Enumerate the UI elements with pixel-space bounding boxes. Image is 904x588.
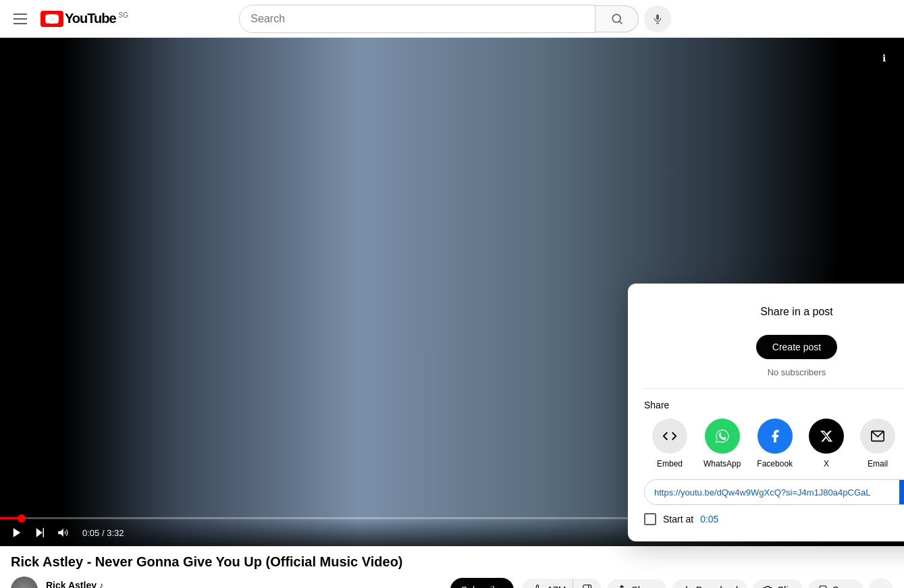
url-input[interactable]: [645, 481, 899, 504]
email-label: Email: [868, 459, 888, 469]
modal-divider: [644, 388, 904, 389]
music-note-icon: ♪: [99, 581, 103, 588]
time-total: 3:32: [107, 528, 124, 538]
volume-icon: [57, 527, 69, 539]
svg-marker-5: [14, 528, 21, 537]
below-video: Rick Astley - Never Gonna Give You Up (O…: [0, 546, 904, 588]
share-email-item[interactable]: Email: [852, 419, 903, 469]
whatsapp-icon: [715, 429, 730, 444]
avatar-image: [11, 577, 38, 588]
svg-rect-7: [43, 528, 45, 537]
save-action-button[interactable]: Save: [808, 579, 863, 588]
play-button[interactable]: [8, 524, 26, 541]
channel-row: Rick Astley ♪ 4.16M subscribers Subscrib…: [11, 577, 893, 588]
x-icon: [820, 429, 833, 443]
share-icons-row: Embed WhatsApp Facebook: [644, 419, 904, 469]
like-icon: [531, 584, 543, 588]
youtube-country: SG: [119, 11, 128, 19]
header-left: YouTube SG: [11, 11, 128, 27]
share-icon: [616, 585, 627, 588]
email-icon: [870, 429, 885, 444]
no-subscribers-text: No subscribers: [644, 367, 904, 377]
channel-info: Rick Astley ♪ 4.16M subscribers: [46, 580, 442, 588]
youtube-icon: [41, 11, 63, 27]
whatsapp-label: WhatsApp: [703, 459, 741, 469]
svg-marker-8: [58, 529, 63, 537]
url-copy-row: Copy: [644, 479, 904, 505]
modal-title: Share in a post: [668, 306, 904, 318]
search-input[interactable]: [240, 5, 595, 32]
play-icon: [11, 527, 23, 539]
modal-header: Share in a post ×: [644, 300, 904, 324]
facebook-icon: [768, 429, 782, 444]
facebook-label: Facebook: [757, 459, 793, 469]
embed-icon: [662, 429, 677, 444]
subscribe-button[interactable]: Subscribe: [450, 578, 514, 588]
search-area: [239, 5, 671, 33]
info-button[interactable]: ℹ: [874, 49, 893, 68]
create-post-button[interactable]: Create post: [756, 335, 837, 359]
copy-button[interactable]: Copy: [899, 480, 904, 504]
whatsapp-icon-circle: [705, 419, 740, 454]
share-label: Share: [631, 585, 656, 588]
youtube-text: YouTube: [65, 11, 116, 26]
more-dots: •••: [875, 583, 888, 589]
share-x-item[interactable]: X: [801, 419, 852, 469]
volume-button[interactable]: [54, 524, 72, 541]
video-title: Rick Astley - Never Gonna Give You Up (O…: [11, 554, 893, 570]
clip-label: Clip: [777, 585, 793, 588]
channel-avatar: [11, 577, 38, 588]
next-button[interactable]: [31, 524, 49, 541]
clip-icon: [762, 585, 773, 588]
start-at-checkbox[interactable]: [644, 513, 656, 525]
share-icons-container: Embed WhatsApp Facebook: [644, 419, 904, 469]
share-modal: Share in a post × Create post No subscri…: [628, 284, 904, 541]
next-icon: [34, 527, 46, 539]
search-input-wrap: [239, 5, 595, 33]
start-at-label: Start at: [663, 514, 693, 525]
time-current: 0:05: [82, 528, 99, 538]
dislike-icon: [580, 584, 592, 588]
like-button[interactable]: 17M: [522, 579, 573, 588]
hamburger-menu[interactable]: [11, 11, 30, 27]
start-at-time[interactable]: 0:05: [700, 514, 718, 525]
share-facebook-item[interactable]: Facebook: [749, 419, 801, 469]
start-at-row: Start at 0:05: [644, 513, 904, 525]
facebook-icon-circle: [757, 419, 793, 454]
save-label: Save: [832, 585, 854, 588]
share-whatsapp-item[interactable]: WhatsApp: [695, 419, 749, 469]
voice-search-button[interactable]: [644, 5, 671, 32]
search-icon: [610, 12, 624, 26]
share-embed-item[interactable]: Embed: [644, 419, 695, 469]
svg-point-2: [612, 14, 620, 22]
share-section-label: Share: [644, 400, 904, 410]
embed-icon-circle: [652, 419, 687, 454]
channel-name: Rick Astley ♪: [46, 580, 442, 588]
youtube-play-icon: [45, 14, 59, 24]
time-display: 0:05 / 3:32: [82, 528, 124, 538]
microphone-icon: [652, 14, 663, 24]
clip-action-button[interactable]: Clip: [753, 579, 803, 588]
like-dislike-group: 17M: [522, 579, 602, 588]
download-icon: [681, 585, 692, 588]
like-count: 17M: [548, 585, 566, 588]
share-action-button[interactable]: Share: [607, 579, 666, 588]
download-label: Download: [696, 585, 738, 588]
more-options-button[interactable]: •••: [869, 578, 893, 588]
header: YouTube SG: [0, 0, 904, 38]
action-buttons: 17M Share Download: [522, 578, 893, 588]
download-action-button[interactable]: Download: [672, 579, 747, 588]
embed-label: Embed: [657, 459, 683, 469]
x-label: X: [824, 459, 829, 469]
youtube-logo[interactable]: YouTube SG: [41, 11, 128, 27]
dislike-button[interactable]: [573, 579, 602, 588]
svg-rect-4: [656, 14, 659, 20]
svg-line-3: [620, 21, 622, 24]
x-icon-circle: [809, 419, 844, 454]
save-icon: [818, 585, 828, 588]
search-button[interactable]: [595, 5, 639, 32]
channel-name-text[interactable]: Rick Astley: [46, 580, 97, 588]
email-icon-circle: [860, 419, 895, 454]
svg-marker-6: [36, 528, 43, 537]
